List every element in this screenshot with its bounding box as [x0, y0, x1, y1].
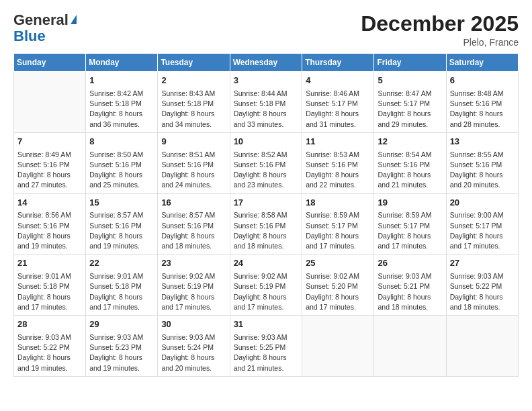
week-row-2: 7Sunrise: 8:49 AMSunset: 5:16 PMDaylight… [14, 132, 519, 193]
day-number: 29 [89, 318, 154, 331]
header-row: SundayMondayTuesdayWednesdayThursdayFrid… [14, 54, 519, 72]
day-number: 31 [234, 318, 299, 331]
calendar-body: 1Sunrise: 8:42 AMSunset: 5:18 PMDaylight… [14, 72, 519, 377]
day-info: Sunrise: 8:43 AMSunset: 5:18 PMDaylight:… [161, 89, 226, 130]
header-cell-monday: Monday [86, 54, 158, 72]
day-cell: 6Sunrise: 8:48 AMSunset: 5:16 PMDaylight… [446, 72, 518, 133]
header-cell-friday: Friday [374, 54, 446, 72]
day-info: Sunrise: 9:01 AMSunset: 5:18 PMDaylight:… [89, 271, 154, 312]
header-cell-saturday: Saturday [446, 54, 518, 72]
day-cell: 2Sunrise: 8:43 AMSunset: 5:18 PMDaylight… [158, 72, 230, 133]
day-cell: 20Sunrise: 9:00 AMSunset: 5:17 PMDayligh… [446, 193, 518, 255]
week-row-1: 1Sunrise: 8:42 AMSunset: 5:18 PMDaylight… [14, 72, 519, 133]
header-cell-thursday: Thursday [302, 54, 374, 72]
day-number: 28 [17, 318, 82, 331]
day-cell [14, 72, 86, 133]
day-info: Sunrise: 8:56 AMSunset: 5:16 PMDaylight:… [17, 210, 82, 251]
day-number: 12 [378, 136, 442, 148]
header-cell-wednesday: Wednesday [230, 54, 302, 72]
day-info: Sunrise: 8:49 AMSunset: 5:16 PMDaylight:… [17, 150, 82, 191]
page: General Blue December 2025 Plelo, France… [0, 0, 532, 411]
day-info: Sunrise: 8:44 AMSunset: 5:18 PMDaylight:… [234, 89, 299, 130]
day-number: 16 [161, 197, 226, 210]
day-number: 5 [378, 75, 442, 87]
day-cell: 24Sunrise: 9:02 AMSunset: 5:19 PMDayligh… [230, 255, 302, 316]
day-number: 6 [450, 75, 515, 87]
day-cell: 28Sunrise: 9:03 AMSunset: 5:22 PMDayligh… [14, 316, 86, 377]
day-cell: 30Sunrise: 9:03 AMSunset: 5:24 PMDayligh… [158, 316, 230, 377]
day-cell: 22Sunrise: 9:01 AMSunset: 5:18 PMDayligh… [86, 255, 158, 316]
day-cell: 23Sunrise: 9:02 AMSunset: 5:19 PMDayligh… [158, 255, 230, 316]
day-number: 26 [378, 257, 442, 270]
day-cell: 17Sunrise: 8:58 AMSunset: 5:16 PMDayligh… [230, 193, 302, 255]
day-info: Sunrise: 8:48 AMSunset: 5:16 PMDaylight:… [450, 89, 515, 130]
day-info: Sunrise: 9:03 AMSunset: 5:21 PMDaylight:… [378, 271, 442, 312]
day-info: Sunrise: 8:57 AMSunset: 5:16 PMDaylight:… [161, 210, 226, 251]
day-info: Sunrise: 8:52 AMSunset: 5:16 PMDaylight:… [234, 150, 299, 191]
day-info: Sunrise: 8:42 AMSunset: 5:18 PMDaylight:… [89, 89, 154, 130]
week-row-5: 28Sunrise: 9:03 AMSunset: 5:22 PMDayligh… [14, 316, 519, 377]
logo-icon [71, 15, 77, 24]
day-cell: 3Sunrise: 8:44 AMSunset: 5:18 PMDaylight… [230, 72, 302, 133]
day-info: Sunrise: 9:01 AMSunset: 5:18 PMDaylight:… [17, 271, 82, 312]
day-number: 15 [89, 197, 154, 210]
day-number: 18 [306, 197, 370, 210]
day-cell: 10Sunrise: 8:52 AMSunset: 5:16 PMDayligh… [230, 132, 302, 193]
day-info: Sunrise: 8:59 AMSunset: 5:17 PMDaylight:… [306, 210, 370, 251]
day-info: Sunrise: 8:51 AMSunset: 5:16 PMDaylight:… [161, 150, 226, 191]
header-cell-sunday: Sunday [14, 54, 86, 72]
day-cell: 9Sunrise: 8:51 AMSunset: 5:16 PMDaylight… [158, 132, 230, 193]
day-number: 21 [17, 257, 82, 270]
day-number: 1 [89, 75, 154, 87]
day-number: 22 [89, 257, 154, 270]
day-cell: 15Sunrise: 8:57 AMSunset: 5:16 PMDayligh… [86, 193, 158, 255]
day-cell: 19Sunrise: 8:59 AMSunset: 5:17 PMDayligh… [374, 193, 446, 255]
day-number: 10 [234, 136, 299, 148]
day-cell: 26Sunrise: 9:03 AMSunset: 5:21 PMDayligh… [374, 255, 446, 316]
day-info: Sunrise: 8:57 AMSunset: 5:16 PMDaylight:… [89, 210, 154, 251]
week-row-3: 14Sunrise: 8:56 AMSunset: 5:16 PMDayligh… [14, 193, 519, 255]
day-number: 27 [450, 257, 515, 270]
day-cell: 5Sunrise: 8:47 AMSunset: 5:17 PMDaylight… [374, 72, 446, 133]
day-number: 24 [234, 257, 299, 270]
day-cell: 25Sunrise: 9:02 AMSunset: 5:20 PMDayligh… [302, 255, 374, 316]
month-title: December 2025 [361, 12, 519, 36]
day-info: Sunrise: 9:03 AMSunset: 5:23 PMDaylight:… [89, 332, 154, 373]
day-number: 17 [234, 197, 299, 210]
logo: General Blue [13, 12, 77, 44]
day-number: 3 [234, 75, 299, 87]
day-number: 7 [17, 136, 82, 148]
day-number: 4 [306, 75, 370, 87]
day-cell [374, 316, 446, 377]
day-info: Sunrise: 8:54 AMSunset: 5:16 PMDaylight:… [378, 150, 442, 191]
day-number: 2 [161, 75, 226, 87]
day-number: 11 [306, 136, 370, 148]
day-info: Sunrise: 8:46 AMSunset: 5:17 PMDaylight:… [306, 89, 370, 130]
title-area: December 2025 Plelo, France [361, 12, 519, 48]
logo-blue: Blue [13, 28, 46, 44]
day-number: 23 [161, 257, 226, 270]
day-info: Sunrise: 9:03 AMSunset: 5:25 PMDaylight:… [234, 332, 299, 373]
day-cell: 12Sunrise: 8:54 AMSunset: 5:16 PMDayligh… [374, 132, 446, 193]
day-number: 9 [161, 136, 226, 148]
logo-general: General [13, 11, 69, 28]
day-info: Sunrise: 8:55 AMSunset: 5:16 PMDaylight:… [450, 150, 515, 191]
day-info: Sunrise: 9:03 AMSunset: 5:22 PMDaylight:… [450, 271, 515, 312]
header-cell-tuesday: Tuesday [158, 54, 230, 72]
day-cell: 16Sunrise: 8:57 AMSunset: 5:16 PMDayligh… [158, 193, 230, 255]
day-number: 13 [450, 136, 515, 148]
day-info: Sunrise: 9:02 AMSunset: 5:19 PMDaylight:… [234, 271, 299, 312]
day-cell: 27Sunrise: 9:03 AMSunset: 5:22 PMDayligh… [446, 255, 518, 316]
day-number: 20 [450, 197, 515, 210]
day-info: Sunrise: 9:03 AMSunset: 5:22 PMDaylight:… [17, 332, 82, 373]
day-cell: 31Sunrise: 9:03 AMSunset: 5:25 PMDayligh… [230, 316, 302, 377]
day-cell: 13Sunrise: 8:55 AMSunset: 5:16 PMDayligh… [446, 132, 518, 193]
day-number: 14 [17, 197, 82, 210]
day-info: Sunrise: 8:59 AMSunset: 5:17 PMDaylight:… [378, 210, 442, 251]
week-row-4: 21Sunrise: 9:01 AMSunset: 5:18 PMDayligh… [14, 255, 519, 316]
day-info: Sunrise: 9:02 AMSunset: 5:19 PMDaylight:… [161, 271, 226, 312]
day-info: Sunrise: 8:53 AMSunset: 5:16 PMDaylight:… [306, 150, 370, 191]
day-cell: 7Sunrise: 8:49 AMSunset: 5:16 PMDaylight… [14, 132, 86, 193]
day-number: 30 [161, 318, 226, 331]
day-info: Sunrise: 8:58 AMSunset: 5:16 PMDaylight:… [234, 210, 299, 251]
